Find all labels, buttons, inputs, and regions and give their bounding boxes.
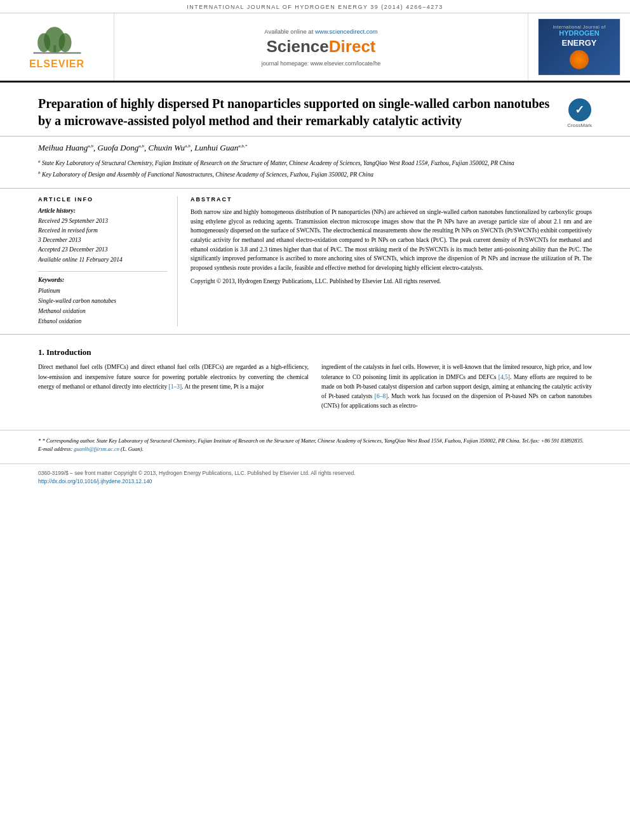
affiliation-a: a State Key Laboratory of Structural Che…	[38, 158, 592, 168]
footnote-section: * * Corresponding author. State Key Labo…	[0, 430, 630, 457]
authors-section: Meihua Huanga,b, Guofa Donga,b, Chuxin W…	[0, 137, 630, 189]
footnote-email-link[interactable]: guanlh@fjirsm.ac.cn	[74, 446, 119, 452]
footnote-corresponding-label: * Corresponding author.	[42, 437, 95, 444]
introduction-col1: Direct methanol fuel cells (DMFCs) and d…	[38, 363, 309, 411]
history-revised-date: 3 December 2013	[38, 236, 167, 245]
sd-direct-text: Direct	[329, 37, 376, 56]
keyword-platinum: Platinum	[38, 286, 167, 296]
svg-rect-4	[33, 52, 81, 54]
sd-url-link[interactable]: www.sciencedirect.com	[315, 28, 378, 35]
elsevier-tree-icon	[32, 24, 83, 56]
ref-link-1-3[interactable]: [1–3]	[169, 383, 182, 390]
author-guofa: Guofa Donga,b,	[98, 143, 149, 152]
introduction-body: Direct methanol fuel cells (DMFCs) and d…	[38, 363, 592, 411]
journal-title-top: INTERNATIONAL JOURNAL OF HYDROGEN ENERGY…	[0, 4, 630, 10]
sciencedirect-center: Available online at www.sciencedirect.co…	[114, 13, 528, 81]
sd-science-text: Science	[267, 37, 329, 56]
article-info-heading: ARTICLE INFO	[38, 196, 167, 203]
hydrogen-journal-badge: International Journal of HYDROGEN ENERGY	[538, 18, 620, 76]
crossmark-badge[interactable]: ✓ CrossMark	[567, 98, 592, 128]
footer-issn: 0360-3199/$ – see front matter Copyright…	[38, 469, 592, 478]
article-info-abstract-section: ARTICLE INFO Article history: Received 2…	[0, 189, 630, 335]
footnote-email-line: E-mail address: guanlh@fjirsm.ac.cn (L. …	[38, 445, 592, 453]
abstract-heading: ABSTRACT	[191, 196, 592, 203]
abstract-col: ABSTRACT Both narrow size and highly hom…	[191, 196, 592, 327]
svg-point-3	[58, 33, 71, 52]
affiliation-b: b Key Laboratory of Design and Assembly …	[38, 170, 592, 179]
footnote-corresponding-text: State Key Laboratory of Structural Chemi…	[97, 437, 584, 444]
journal-header-bar: INTERNATIONAL JOURNAL OF HYDROGEN ENERGY…	[0, 0, 630, 13]
introduction-title-text: Introduction	[46, 347, 91, 357]
history-received: Received 29 September 2013	[38, 217, 167, 226]
svg-point-2	[37, 33, 50, 52]
journal-homepage-label: journal homepage: www.elsevier.com/locat…	[262, 60, 381, 67]
abstract-copyright: Copyright © 2013, Hydrogen Energy Public…	[191, 277, 592, 286]
history-accepted: Accepted 23 December 2013	[38, 245, 167, 255]
hj-title-text: HYDROGEN	[559, 29, 600, 37]
available-online-label: Available online at www.sciencedirect.co…	[264, 28, 377, 35]
footer-bar: 0360-3199/$ – see front matter Copyright…	[0, 463, 630, 491]
history-available: Available online 11 February 2014	[38, 255, 167, 265]
footer-doi-link[interactable]: http://dx.doi.org/10.1016/j.ijhydene.201…	[38, 478, 152, 484]
hj-energy-text: ENERGY	[562, 38, 597, 48]
author-chuxin: Chuxin Wua,b,	[149, 143, 195, 152]
crossmark-icon: ✓	[568, 98, 591, 121]
keyword-methanol: Methanol oxidation	[38, 306, 167, 316]
elsevier-brand-text: ELSEVIER	[29, 58, 84, 70]
footnote-corresponding: * * Corresponding author. State Key Labo…	[38, 437, 592, 445]
introduction-col1-text: Direct methanol fuel cells (DMFCs) and d…	[38, 363, 309, 392]
elsevier-logo-box: ELSEVIER	[0, 13, 114, 81]
footnote-email-suffix: (L. Guan).	[121, 446, 144, 452]
footnote-email-label: E-mail address:	[38, 446, 72, 452]
authors-line: Meihua Huanga,b, Guofa Donga,b, Chuxin W…	[38, 143, 592, 153]
hj-intl-text: International Journal of	[553, 25, 605, 29]
sciencedirect-logo: ScienceDirect	[267, 37, 376, 57]
article-info-col: ARTICLE INFO Article history: Received 2…	[38, 196, 178, 327]
keyword-swcnt: Single-walled carbon nanotubes	[38, 296, 167, 306]
history-revised-label: Received in revised form	[38, 226, 167, 236]
crossmark-text: CrossMark	[567, 123, 592, 128]
author-meihua: Meihua Huanga,b,	[38, 143, 98, 152]
introduction-col2: ingredient of the catalysts in fuel cell…	[321, 363, 592, 411]
ref-link-6-8[interactable]: [6–8]	[375, 393, 388, 399]
article-history-label: Article history:	[38, 208, 167, 214]
article-title-section: Preparation of highly dispersed Pt nanop…	[0, 83, 630, 137]
header-logos-row: ELSEVIER Available online at www.science…	[0, 13, 630, 83]
abstract-text: Both narrow size and highly homogeneous …	[191, 208, 592, 273]
hj-circle-icon	[570, 50, 589, 69]
keywords-label: Keywords:	[38, 271, 167, 283]
introduction-heading: 1. Introduction	[38, 347, 592, 357]
keyword-ethanol: Ethanol oxidation	[38, 316, 167, 326]
introduction-col2-text: ingredient of the catalysts in fuel cell…	[321, 363, 592, 411]
hydrogen-logo-box: International Journal of HYDROGEN ENERGY	[528, 13, 630, 81]
ref-link-4-5[interactable]: [4,5]	[499, 374, 510, 380]
main-content-section: 1. Introduction Direct methanol fuel cel…	[0, 335, 630, 411]
article-main-title: Preparation of highly dispersed Pt nanop…	[38, 95, 567, 130]
author-lunhui: Lunhui Guana,b,*	[194, 143, 247, 152]
